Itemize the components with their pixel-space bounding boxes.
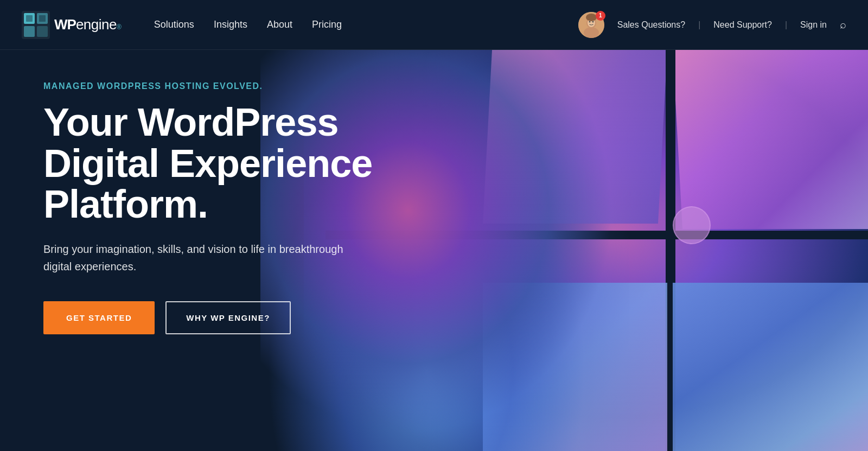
user-avatar-container[interactable]: 1 <box>578 12 604 38</box>
hero-title: Your WordPress Digital Experience Platfo… <box>43 102 412 225</box>
logo-wp: WP <box>54 16 76 33</box>
svg-rect-3 <box>24 26 35 37</box>
sign-in-link[interactable]: Sign in <box>800 20 827 30</box>
hero-content: MANAGED WORDPRESS HOSTING EVOLVED. Your … <box>43 81 412 334</box>
notification-badge: 1 <box>596 11 605 21</box>
hero-section: MANAGED WORDPRESS HOSTING EVOLVED. Your … <box>0 0 868 451</box>
hero-panel-top-right-1 <box>673 50 868 229</box>
logo-text: WPengine® <box>54 16 122 33</box>
hero-description: Bring your imagination, skills, and visi… <box>43 240 347 275</box>
search-icon[interactable]: ⌕ <box>840 18 846 31</box>
hero-buttons: GET STARTED WHY WP ENGINE? <box>43 301 412 334</box>
nav-solutions[interactable]: Solutions <box>154 19 194 30</box>
nav-right: 1 Sales Questions? | Need Support? | Sig… <box>578 12 846 38</box>
svg-point-13 <box>586 14 597 21</box>
nav-divider-1: | <box>698 20 700 30</box>
hero-panel-bottom-right-1 <box>673 283 868 451</box>
svg-rect-4 <box>37 26 48 37</box>
nav-about[interactable]: About <box>267 19 292 30</box>
nav-insights[interactable]: Insights <box>214 19 247 30</box>
hero-subtitle: MANAGED WORDPRESS HOSTING EVOLVED. <box>43 81 412 91</box>
svg-point-10 <box>584 27 599 38</box>
logo-registered: ® <box>117 23 122 31</box>
svg-rect-6 <box>39 15 46 22</box>
svg-point-11 <box>589 21 590 22</box>
get-started-button[interactable]: GET STARTED <box>43 301 155 334</box>
hero-decorative-circle <box>673 206 711 244</box>
logo[interactable]: WPengine® <box>22 11 122 39</box>
wp-engine-logo-icon <box>22 11 50 39</box>
sales-questions-link[interactable]: Sales Questions? <box>617 20 685 30</box>
nav-divider-2: | <box>785 20 787 30</box>
svg-point-12 <box>592 21 593 22</box>
nav-pricing[interactable]: Pricing <box>312 19 342 30</box>
logo-engine: engine <box>76 16 117 33</box>
svg-rect-5 <box>26 15 33 22</box>
nav-links: Solutions Insights About Pricing <box>154 19 578 30</box>
why-wp-engine-button[interactable]: WHY WP ENGINE? <box>165 301 291 334</box>
navbar: WPengine® Solutions Insights About Prici… <box>0 0 868 50</box>
need-support-link[interactable]: Need Support? <box>713 20 772 30</box>
